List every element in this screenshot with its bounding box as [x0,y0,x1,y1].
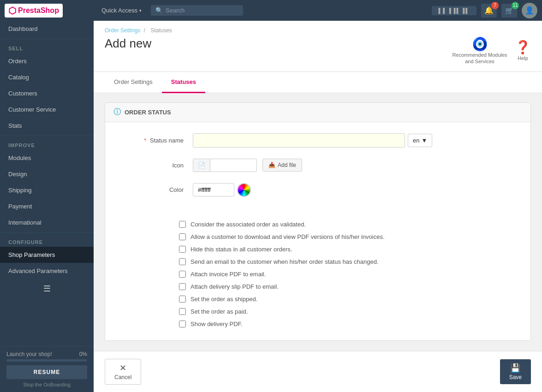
sidebar-item-international[interactable]: International [0,214,94,231]
icon-group: Icon 📄 📥 Add file [119,159,517,172]
breadcrumb: Order Settings / Statuses [105,27,531,34]
breadcrumb-parent-link[interactable]: Order Settings [105,27,140,34]
checkbox-cb3[interactable] [179,246,186,253]
help-label: Help [518,55,528,61]
file-icon: 📄 [193,159,210,172]
progress-bar-bg [6,359,87,362]
quick-access-link[interactable]: Quick Access ▾ [97,5,146,16]
sidebar-item-payment[interactable]: Payment [0,198,94,214]
resume-label: RESUME [34,369,60,375]
cart-button[interactable]: 🛒 11 [501,4,517,18]
checkbox-label-cb5: Attach invoice PDF to email. [191,271,266,278]
status-name-label: * Status name [119,137,193,144]
checkbox-cb1[interactable] [179,221,186,228]
save-button[interactable]: 💾 Save [500,359,531,384]
notifications-badge: 7 [491,2,499,9]
sidebar-item-dashboard[interactable]: Dashboard [0,21,94,37]
upload-icon: 📥 [268,162,275,168]
sidebar-item-shop-parameters[interactable]: Shop Parameters [0,247,94,263]
checkbox-label-cb4: Send an email to the customer when his/h… [191,258,379,265]
form-area: ⓘ ORDER STATUS * Status name en [94,93,542,351]
form-panel: ⓘ ORDER STATUS * Status name en [105,102,531,341]
launch-shop-section: Launch your shop! 0% [6,351,87,357]
recommended-modules-label: Recommended Modules and Services [452,52,507,65]
checkbox-cb5[interactable] [179,271,186,278]
sidebar-orders-label: Orders [8,58,27,65]
save-label: Save [509,374,522,380]
main-layout: Dashboard SELL Orders Catalog Customers … [0,21,542,392]
panel-title: ORDER STATUS [125,109,171,116]
color-controls [193,183,517,197]
color-picker-button[interactable] [237,183,251,197]
save-icon: 💾 [510,363,520,373]
sidebar-collapse-button[interactable]: ☰ [0,279,94,298]
sidebar-section-sell: SELL [0,39,94,53]
sidebar-item-catalog[interactable]: Catalog [0,69,94,85]
header-actions: 🧿 Recommended Modules and Services ❓ Hel… [452,36,531,65]
sidebar-international-label: International [8,219,42,226]
tabs: Order Settings Statuses [94,72,542,93]
tab-order-settings[interactable]: Order Settings [105,72,162,93]
sidebar-item-shipping[interactable]: Shipping [0,182,94,198]
user-avatar[interactable]: 👤 [522,3,537,18]
sidebar-dashboard-label: Dashboard [8,25,38,32]
status-name-controls: en ▼ [193,133,517,148]
info-icon: ⓘ [113,107,121,117]
add-file-button[interactable]: 📥 Add file [262,159,302,172]
color-label: Color [119,186,193,193]
sidebar-item-customers[interactable]: Customers [0,85,94,101]
checkbox-cb9[interactable] [179,321,186,327]
language-dropdown[interactable]: en ▼ [408,134,432,147]
breadcrumb-current: Statuses [150,27,172,34]
launch-shop-label: Launch your shop! [6,351,52,357]
top-right-actions: ▌▌▐▐▌▐▌ 🔔 7 🛒 11 👤 [432,3,537,18]
notifications-button[interactable]: 🔔 7 [481,4,497,18]
checkbox-item-cb6: Attach delivery slip PDF to email. [179,283,530,290]
sidebar-item-design[interactable]: Design [0,166,94,182]
sidebar-item-customer-service[interactable]: Customer Service [0,101,94,118]
sidebar-customers-label: Customers [8,90,37,97]
sidebar-item-orders[interactable]: Orders [0,53,94,69]
search-bar: 🔍 [151,5,243,16]
panel-header: ⓘ ORDER STATUS [105,103,530,122]
checkbox-cb7[interactable] [179,296,186,303]
search-input[interactable] [166,7,238,14]
sidebar-item-advanced-parameters[interactable]: Advanced Parameters [0,263,94,279]
sidebar-item-stats[interactable]: Stats [0,118,94,134]
checkbox-cb6[interactable] [179,283,186,290]
checkbox-label-cb9: Show delivery PDF. [191,321,243,327]
checkbox-item-cb7: Set the order as shipped. [179,296,530,303]
launch-percent: 0% [79,351,87,357]
recommended-modules-button[interactable]: 🧿 Recommended Modules and Services [452,36,507,65]
stop-onboarding-button[interactable]: Stop the OnBoarding [6,382,87,387]
stop-onboarding-label: Stop the OnBoarding [23,382,71,387]
lang-value: en [413,137,419,144]
checkbox-label-cb8: Set the order as paid. [191,308,248,315]
store-preview[interactable]: ▌▌▐▐▌▐▌ [432,6,476,15]
breadcrumb-separator: / [144,27,145,34]
checkbox-cb4[interactable] [179,258,186,265]
cancel-label: Cancel [114,374,131,380]
resume-button[interactable]: RESUME [6,365,87,379]
sidebar-advanced-parameters-label: Advanced Parameters [8,267,68,274]
status-name-input[interactable] [193,133,405,148]
cancel-button[interactable]: ✕ Cancel [105,359,141,385]
sidebar-customer-service-label: Customer Service [8,106,56,113]
color-input[interactable] [193,183,234,196]
lang-arrow: ▼ [421,137,427,144]
logo[interactable]: ⬡ PrestaShop [5,4,63,18]
checkbox-label-cb7: Set the order as shipped. [191,296,257,303]
checkbox-cb2[interactable] [179,233,186,240]
checkbox-label-cb2: Allow a customer to download and view PD… [191,233,385,240]
checkbox-cb8[interactable] [179,308,186,315]
file-path [210,162,256,168]
checkbox-label-cb6: Attach delivery slip PDF to email. [191,283,279,290]
sidebar-catalog-label: Catalog [8,74,29,81]
help-button[interactable]: ❓ Help [515,40,531,61]
sidebar-item-modules[interactable]: Modules [0,150,94,166]
tab-statuses[interactable]: Statuses [162,72,205,93]
icon-controls: 📄 📥 Add file [193,159,517,172]
sidebar-modules-label: Modules [8,154,31,161]
checkbox-item-cb5: Attach invoice PDF to email. [179,271,530,278]
sidebar-section-improve: IMPROVE [0,136,94,150]
